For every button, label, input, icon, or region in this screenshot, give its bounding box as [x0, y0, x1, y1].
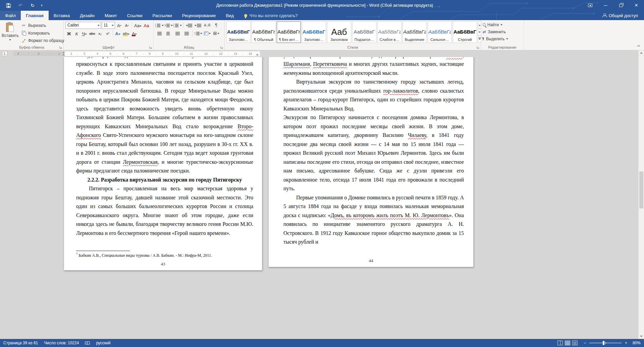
borders-button[interactable]: ⊞ — [212, 30, 220, 37]
document-page-left[interactable]: по святым местам, связанным с жизнью и д… — [64, 57, 262, 270]
arrow-up-icon — [640, 51, 643, 54]
minimize-button[interactable] — [598, 0, 613, 11]
replace-button[interactable]: ⇄ Заменить — [483, 28, 522, 35]
tab-layout[interactable]: Макет — [100, 11, 122, 20]
word-count[interactable]: Число слов: 10224 — [44, 341, 79, 345]
show-marks-button[interactable]: ¶ — [212, 21, 220, 29]
shading-button[interactable] — [203, 30, 211, 37]
font-size-select[interactable]: 11 — [102, 22, 115, 29]
hanging-indent-marker[interactable] — [62, 52, 65, 55]
tab-design[interactable]: Дизайн — [75, 11, 100, 20]
increase-indent-button[interactable]: ▸ — [194, 21, 202, 29]
customize-qat-button[interactable]: ▾ — [41, 4, 43, 7]
shrink-font-button[interactable]: А — [123, 21, 130, 29]
justify-button[interactable] — [182, 30, 191, 37]
align-right-icon — [175, 32, 180, 35]
italic-button[interactable]: К — [73, 30, 80, 37]
font-family-select[interactable]: Calibri — [65, 22, 101, 29]
tab-insert[interactable]: Вставка — [49, 11, 75, 20]
share-button[interactable]: Общий доступ — [596, 11, 644, 20]
print-layout-button[interactable] — [565, 341, 570, 345]
style-card[interactable]: АаБбВвГг,¶ Обычный — [252, 21, 276, 43]
underline-button[interactable]: Ч — [81, 30, 88, 37]
collapse-ribbon-button[interactable] — [637, 43, 641, 49]
align-right-button[interactable] — [173, 30, 182, 37]
tab-file[interactable]: Файл — [0, 11, 21, 20]
web-layout-button[interactable] — [572, 341, 578, 345]
tab-stop-selector[interactable]: L — [2, 51, 7, 56]
style-card[interactable]: АабЗаголовок — [327, 21, 351, 43]
bullets-button[interactable] — [155, 21, 164, 29]
align-left-icon — [157, 32, 162, 35]
numbering-button[interactable]: 1 — [164, 21, 173, 29]
clear-formatting-button[interactable]: Аа — [143, 21, 150, 29]
save-button[interactable] — [5, 2, 12, 9]
restore-button[interactable] — [613, 0, 629, 11]
style-card[interactable]: АаБбВвГг,Выделение — [402, 21, 427, 43]
scroll-up-button[interactable] — [639, 50, 644, 56]
document-page-right[interactable]: черты, воплощенные в здания, прекрасные … — [268, 57, 474, 267]
tab-review[interactable]: Рецензирование — [177, 11, 221, 20]
scrollbar-thumb[interactable] — [639, 171, 643, 208]
multilevel-list-button[interactable] — [173, 21, 182, 29]
tab-view[interactable]: Вид — [221, 11, 239, 20]
paste-button[interactable]: Вставить — [2, 21, 19, 44]
tab-mailings[interactable]: Рассылки — [147, 11, 177, 20]
style-card[interactable]: АаБбВвГЗаголово… — [302, 21, 326, 43]
multilevel-icon — [173, 23, 175, 27]
find-button[interactable]: Найти — [483, 21, 522, 28]
right-indent-marker[interactable] — [256, 52, 259, 55]
close-button[interactable]: × — [629, 0, 644, 11]
tab-references[interactable]: Ссылки — [122, 11, 148, 20]
style-card[interactable]: АаБбВвГПодзагол… — [352, 21, 376, 43]
page-indicator[interactable]: Страница 39 из 61 — [3, 341, 38, 345]
subscript-button[interactable]: х₂ — [97, 30, 104, 37]
strikethrough-button[interactable]: abc — [89, 30, 96, 37]
editing-group-label: Редактирование — [481, 45, 524, 49]
language-indicator[interactable]: русский — [96, 341, 110, 345]
editing-group: Найти ⇄ Заменить Выделить Редактирование — [481, 20, 524, 50]
grow-font-button[interactable]: А — [116, 21, 123, 29]
chevron-down-icon — [209, 33, 211, 35]
bold-button[interactable]: Ж — [65, 30, 72, 37]
sort-button[interactable]: А↓Я — [203, 21, 211, 29]
undo-button[interactable]: ↶ — [17, 2, 24, 9]
zoom-slider-thumb[interactable] — [603, 341, 604, 345]
highlight-color-button[interactable]: ab — [122, 30, 130, 37]
zoom-level[interactable]: 80% — [631, 341, 641, 345]
scroll-down-button[interactable] — [639, 334, 644, 339]
align-center-button[interactable] — [164, 30, 173, 37]
clipboard-dialog-launcher[interactable] — [59, 45, 63, 49]
style-card[interactable]: АаБбВвГгСлабое в… — [377, 21, 401, 43]
tab-home[interactable]: Главная — [21, 11, 49, 20]
select-button[interactable]: Выделить — [483, 35, 522, 42]
format-painter-button[interactable]: Формат по образцу — [20, 37, 65, 44]
styles-dialog-launcher[interactable] — [476, 45, 480, 49]
read-mode-button[interactable] — [557, 341, 563, 345]
font-color-button[interactable]: А — [131, 30, 138, 37]
cut-button[interactable]: ✂ Вырезать — [20, 22, 65, 29]
copy-button[interactable]: Копировать — [20, 30, 65, 37]
style-card[interactable]: АаБбВвГг,Сильное… — [428, 21, 452, 43]
style-card-selected[interactable]: АаБбВвГг,¶ Без инт… — [277, 21, 301, 43]
ribbon-display-options-button[interactable] — [582, 0, 598, 11]
change-case-button[interactable]: Аа — [133, 21, 142, 29]
paragraph-dialog-launcher[interactable] — [220, 45, 224, 49]
style-card[interactable]: АаБбВвГЗаголово… — [226, 21, 251, 43]
tell-me-label: Что вы хотите сделать? — [250, 13, 298, 18]
zoom-out-button[interactable]: − — [584, 341, 586, 345]
proofing-icon[interactable] — [85, 341, 90, 345]
superscript-button[interactable]: х² — [104, 30, 111, 37]
decrease-indent-button[interactable]: ◂ — [185, 21, 193, 29]
line-spacing-button[interactable]: ↕ — [194, 30, 202, 37]
align-left-button[interactable] — [155, 30, 164, 37]
tell-me-box[interactable]: Что вы хотите сделать? — [239, 11, 303, 20]
vertical-scrollbar[interactable] — [638, 50, 644, 339]
font-dialog-launcher[interactable] — [149, 45, 153, 49]
style-card[interactable]: АаБбВвГг,Строгий — [453, 21, 477, 43]
redo-button[interactable]: ↻ — [29, 2, 36, 9]
zoom-in-button[interactable]: + — [625, 341, 627, 345]
zoom-slider[interactable] — [589, 343, 622, 343]
text-effects-button[interactable]: А — [114, 30, 121, 37]
ribbon-tab-row: Файл Главная Вставка Дизайн Макет Ссылки… — [0, 11, 644, 20]
